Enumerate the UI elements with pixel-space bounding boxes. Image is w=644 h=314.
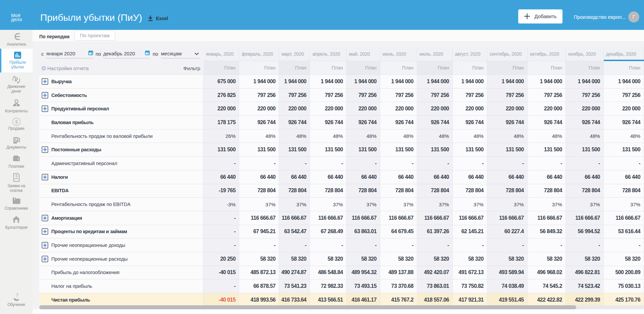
svg-text:$: $: [15, 119, 18, 124]
svg-text:₽: ₽: [15, 77, 18, 83]
svg-text:?: ?: [16, 293, 18, 298]
svg-text:$: $: [15, 174, 17, 178]
